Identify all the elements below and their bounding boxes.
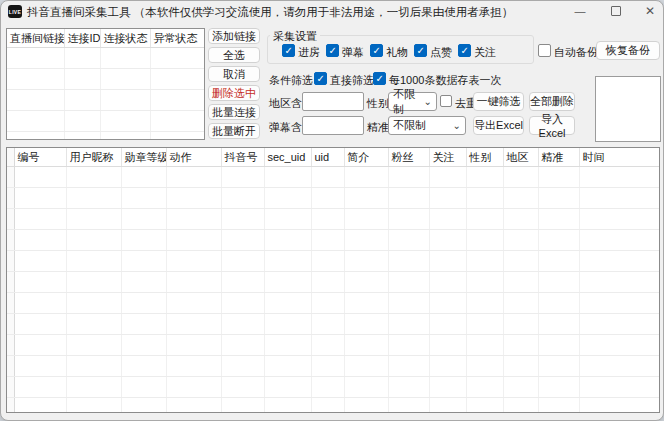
restore-backup-button[interactable]: 恢复备份 (596, 41, 660, 60)
region-label: 地区含 (269, 96, 302, 111)
table-row (7, 167, 660, 188)
minimize-button[interactable]: — (565, 1, 595, 21)
filter-section-label: 条件筛选 (269, 73, 313, 88)
checkbox-like[interactable] (414, 44, 427, 57)
column-header-error-status[interactable]: 异常状态 (150, 29, 205, 48)
chevron-down-icon: ⌄ (424, 99, 432, 105)
checkbox-auto-backup-label: 自动备份 (554, 45, 598, 60)
delete-selected-button[interactable]: 删除选中 (208, 85, 260, 101)
maximize-button[interactable] (601, 1, 631, 21)
region-input[interactable] (302, 92, 364, 111)
chevron-down-icon: ⌄ (453, 123, 461, 129)
column-header-sec-uid[interactable]: sec_uid (264, 148, 311, 167)
column-header-fans[interactable]: 粉丝 (388, 148, 429, 167)
table-row (7, 230, 660, 251)
connection-table: 直播间链接 连接ID 连接状态 异常状态 (6, 28, 205, 140)
preview-picture-box (595, 76, 661, 142)
close-icon: ✕ (645, 4, 655, 18)
batch-disconnect-button[interactable]: 批量断开 (208, 123, 260, 139)
column-header-connect-status[interactable]: 连接状态 (100, 29, 150, 48)
checkbox-danmu-label: 弹幕 (342, 45, 364, 60)
data-table-header-row: 编号 用户昵称 勋章等级 动作 抖音号 sec_uid uid 简介 粉丝 关注… (7, 148, 660, 167)
column-header-medal-level[interactable]: 勋章等级 (121, 148, 166, 167)
add-link-button[interactable]: 添加链接 (208, 28, 260, 44)
precise-select[interactable]: 不限制 ⌄ (388, 116, 466, 135)
checkbox-direct-filter-label: 直接筛选 (330, 73, 374, 88)
table-row (7, 111, 205, 132)
cancel-button[interactable]: 取消 (208, 66, 260, 82)
checkbox-batch-save[interactable] (373, 72, 386, 85)
table-row (7, 272, 660, 293)
select-all-button[interactable]: 全选 (208, 47, 260, 63)
delete-all-button[interactable]: 全部删除 (529, 92, 575, 111)
maximize-icon (611, 6, 621, 16)
column-header-time[interactable]: 时间 (579, 148, 660, 167)
app-window: LIVE 抖音直播间采集工具 （本软件仅供学习交流使用，请勿用于非法用途，一切后… (0, 0, 664, 421)
column-header-connect-id[interactable]: 连接ID (64, 29, 100, 48)
batch-connect-button[interactable]: 批量连接 (208, 104, 260, 120)
column-header-following[interactable]: 关注 (429, 148, 466, 167)
table-row (7, 356, 660, 377)
column-header-region[interactable]: 地区 (503, 148, 538, 167)
row-header-corner (7, 148, 14, 167)
column-header-gender[interactable]: 性别 (466, 148, 503, 167)
minimize-icon: — (575, 5, 586, 17)
danmu-input[interactable] (302, 116, 364, 135)
live-app-icon: LIVE (8, 5, 22, 18)
column-header-number[interactable]: 编号 (14, 148, 66, 167)
table-row (7, 335, 660, 356)
data-table: 编号 用户昵称 勋章等级 动作 抖音号 sec_uid uid 简介 粉丝 关注… (6, 147, 660, 413)
gender-select-value: 不限制 (393, 87, 420, 117)
checkbox-enter-room-label: 进房 (298, 45, 320, 60)
checkbox-direct-filter[interactable] (314, 72, 327, 85)
window-title: 抖音直播间采集工具 （本软件仅供学习交流使用，请勿用于非法用途，一切后果由使用者… (27, 5, 513, 20)
column-header-bio[interactable]: 简介 (344, 148, 388, 167)
column-header-uid[interactable]: uid (311, 148, 344, 167)
table-row (7, 251, 660, 272)
table-row (7, 398, 660, 414)
close-button[interactable]: ✕ (635, 1, 664, 21)
checkbox-enter-room[interactable] (282, 44, 295, 57)
precise-select-value: 不限制 (393, 118, 426, 133)
checkbox-gift-label: 礼物 (386, 45, 408, 60)
table-row (7, 293, 660, 314)
checkbox-gift[interactable] (370, 44, 383, 57)
table-row (7, 48, 205, 69)
table-row (7, 69, 205, 90)
checkbox-dedup[interactable] (440, 95, 452, 107)
table-row (7, 132, 205, 141)
table-row (7, 314, 660, 335)
gender-select[interactable]: 不限制 ⌄ (388, 92, 437, 111)
table-row (7, 188, 660, 209)
title-bar[interactable]: LIVE 抖音直播间采集工具 （本软件仅供学习交流使用，请勿用于非法用途，一切后… (1, 1, 663, 21)
precise-label: 精准 (367, 120, 389, 135)
one-key-filter-button[interactable]: 一键筛选 (473, 92, 524, 111)
collect-settings-label: 采集设置 (270, 29, 320, 44)
gender-label: 性别 (367, 96, 389, 111)
connection-table-header-row: 直播间链接 连接ID 连接状态 异常状态 (7, 29, 205, 48)
column-header-nickname[interactable]: 用户昵称 (66, 148, 121, 167)
column-header-room-link[interactable]: 直播间链接 (7, 29, 64, 48)
column-header-precise[interactable]: 精准 (538, 148, 579, 167)
import-excel-button[interactable]: 导入Excel (529, 116, 575, 135)
table-row (7, 90, 205, 111)
table-row (7, 209, 660, 230)
danmu-contains-label: 弹幕含 (269, 120, 302, 135)
checkbox-follow-label: 关注 (474, 45, 496, 60)
checkbox-like-label: 点赞 (430, 45, 452, 60)
checkbox-auto-backup[interactable] (538, 44, 551, 57)
export-excel-button[interactable]: 导出Excel (473, 116, 524, 135)
column-header-douyin-id[interactable]: 抖音号 (221, 148, 264, 167)
column-header-action[interactable]: 动作 (166, 148, 221, 167)
table-row (7, 377, 660, 398)
checkbox-danmu[interactable] (326, 44, 339, 57)
checkbox-follow[interactable] (458, 44, 471, 57)
